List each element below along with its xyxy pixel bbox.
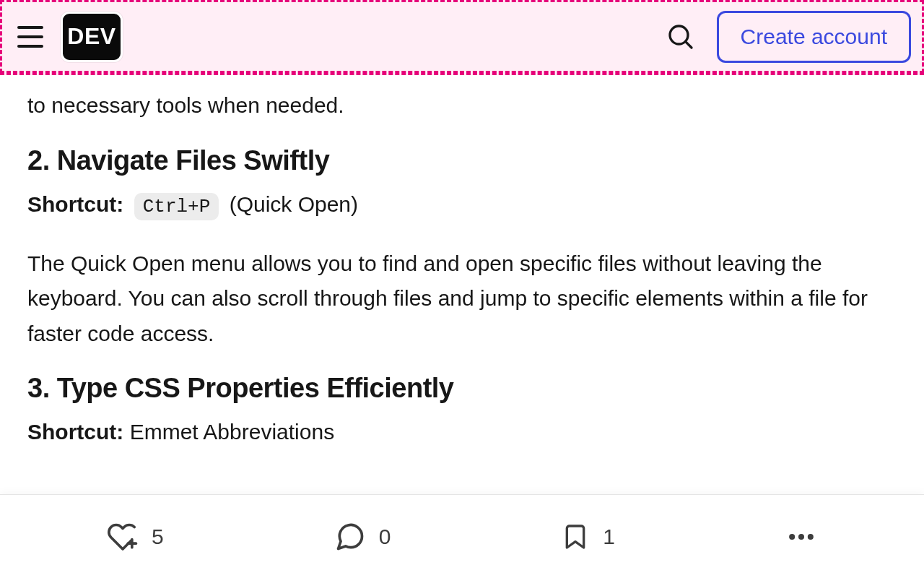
logo-text: DEV [67,23,116,50]
shortcut-key: Ctrl+P [134,193,219,220]
search-icon [666,22,695,51]
article-body: to necessary tools when needed. 2. Navig… [0,75,924,494]
shortcut-paren: (Quick Open) [230,192,358,216]
section-3-shortcut: Shortcut: Emmet Abbreviations [27,420,897,444]
svg-point-6 [808,533,814,539]
site-header: DEV Create account [0,0,924,75]
create-account-button[interactable]: Create account [717,11,911,63]
reactions-button[interactable]: 5 [107,521,164,553]
svg-point-5 [798,533,804,539]
shortcut-label: Shortcut: [27,192,123,216]
comment-icon [334,521,366,553]
intro-paragraph-partial: to necessary tools when needed. [27,88,897,124]
site-logo[interactable]: DEV [61,12,123,62]
section-3-heading: 3. Type CSS Properties Efficiently [27,373,897,404]
svg-point-4 [789,533,795,539]
section-2-paragraph: The Quick Open menu allows you to find a… [27,246,897,352]
shortcut-label: Shortcut: [27,420,123,444]
heart-plus-icon [107,521,139,553]
more-horizontal-icon [785,521,817,553]
comments-count: 0 [379,525,391,549]
reactions-count: 5 [152,525,164,549]
svg-line-1 [685,41,691,47]
section-2-shortcut: Shortcut: Ctrl+P (Quick Open) [27,192,897,220]
bookmarks-count: 1 [603,525,615,549]
search-button[interactable] [663,20,698,54]
section-2-heading: 2. Navigate Files Swiftly [27,145,897,176]
bookmark-icon [561,521,590,553]
reaction-bar: 5 0 1 [0,494,924,578]
menu-button[interactable] [13,20,48,54]
shortcut-value: Emmet Abbreviations [130,420,334,444]
bookmark-button[interactable]: 1 [561,521,615,553]
more-button[interactable] [785,521,817,553]
comments-button[interactable]: 0 [334,521,391,553]
